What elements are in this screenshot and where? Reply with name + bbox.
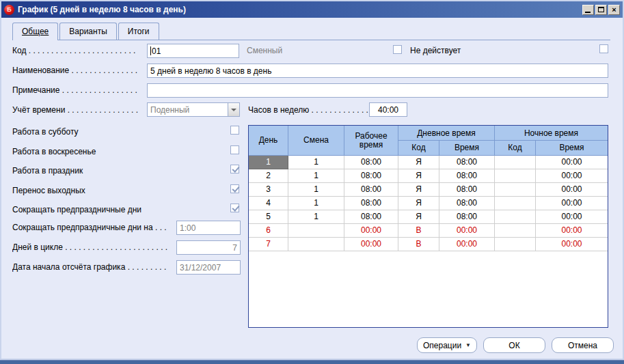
time-accounting-select[interactable]: Поденный xyxy=(147,102,240,117)
col-header-night-code[interactable]: Код xyxy=(495,141,536,156)
cell-night-time[interactable]: 00:00 xyxy=(536,210,608,224)
note-input[interactable] xyxy=(147,83,608,98)
cell-day-code[interactable]: Я xyxy=(398,210,439,224)
maximize-button[interactable] xyxy=(595,5,607,15)
inactive-checkbox[interactable] xyxy=(393,45,402,54)
work-holiday-checkbox[interactable] xyxy=(230,165,239,173)
minimize-icon xyxy=(585,12,591,13)
cell-night-time[interactable]: 00:00 xyxy=(536,224,608,238)
cell-work-time[interactable]: 08:00 xyxy=(344,197,398,210)
cell-night-code[interactable] xyxy=(495,210,536,224)
cell-day[interactable]: 4 xyxy=(249,197,288,210)
close-button[interactable]: × xyxy=(608,5,620,15)
col-header-day[interactable]: День xyxy=(249,126,288,156)
schedule-table[interactable]: День Смена Рабочее время Дневное время К… xyxy=(248,125,608,328)
table-row[interactable]: 7 00:00 В 00:00 00:00 xyxy=(249,238,608,251)
col-header-work-time[interactable]: Рабочее время xyxy=(344,126,398,156)
tab-itogi[interactable]: Итоги xyxy=(118,23,159,40)
table-row[interactable]: 5 1 08:00 Я 08:00 00:00 xyxy=(249,210,608,224)
cell-day[interactable]: 1 xyxy=(249,156,288,169)
minimize-button[interactable] xyxy=(582,5,594,15)
start-date-input[interactable]: 31/12/2007 xyxy=(176,260,241,275)
cell-day-time[interactable]: 08:00 xyxy=(439,169,495,183)
table-row[interactable]: 2 1 08:00 Я 08:00 00:00 xyxy=(249,169,608,183)
cell-day-code[interactable]: В xyxy=(398,238,439,251)
cell-day-time[interactable]: 08:00 xyxy=(439,197,495,210)
cell-day-code[interactable]: Я xyxy=(398,183,439,197)
group-header-night-time[interactable]: Ночное время xyxy=(495,126,608,141)
cell-day-code[interactable]: Я xyxy=(398,197,439,210)
transfer-weekends-label: Перенос выходных xyxy=(12,186,217,196)
ok-button[interactable]: ОК xyxy=(483,337,545,353)
hours-per-week-input[interactable]: 40:00 xyxy=(369,102,407,117)
tab-obschee[interactable]: Общее xyxy=(12,23,58,40)
cell-night-code[interactable] xyxy=(495,238,536,251)
cancel-button[interactable]: Отмена xyxy=(552,337,614,353)
cell-night-time[interactable]: 00:00 xyxy=(536,238,608,251)
cell-night-time[interactable]: 00:00 xyxy=(536,183,608,197)
cell-shift[interactable]: 1 xyxy=(288,169,344,183)
cell-shift[interactable] xyxy=(288,224,344,238)
cancel-label: Отмена xyxy=(568,341,597,350)
group-header-day-time[interactable]: Дневное время xyxy=(398,126,495,141)
extra-right-checkbox[interactable] xyxy=(599,44,608,53)
cell-shift[interactable]: 1 xyxy=(288,156,344,169)
close-icon: × xyxy=(612,6,616,14)
cell-night-code[interactable] xyxy=(495,183,536,197)
cell-work-time[interactable]: 08:00 xyxy=(344,210,398,224)
table-row[interactable]: 1 1 08:00 Я 08:00 00:00 xyxy=(249,156,608,169)
tab-varianty[interactable]: Варианты xyxy=(59,23,116,40)
cell-day[interactable]: 5 xyxy=(249,210,288,224)
transfer-weekends-checkbox[interactable] xyxy=(230,184,239,193)
days-in-cycle-input[interactable]: 7 xyxy=(176,240,241,255)
cell-day-code[interactable]: Я xyxy=(398,169,439,183)
text-caret xyxy=(150,46,151,55)
cell-day[interactable]: 3 xyxy=(249,183,288,197)
cell-day[interactable]: 6 xyxy=(249,224,288,238)
cell-night-time[interactable]: 00:00 xyxy=(536,156,608,169)
cell-day-code[interactable]: В xyxy=(398,224,439,238)
table-row[interactable]: 3 1 08:00 Я 08:00 00:00 xyxy=(249,183,608,197)
code-input[interactable]: 01 xyxy=(147,44,239,58)
shorten-preholiday-checkbox[interactable] xyxy=(230,204,239,212)
cell-shift[interactable]: 1 xyxy=(288,197,344,210)
name-input[interactable]: 5 дней в неделю 8 часов в день xyxy=(147,64,608,78)
cell-day-time[interactable]: 00:00 xyxy=(439,224,495,238)
cell-night-code[interactable] xyxy=(495,224,536,238)
tab-label: Варианты xyxy=(69,27,107,36)
cell-work-time[interactable]: 08:00 xyxy=(344,169,398,183)
operations-button[interactable]: Операции ▼ xyxy=(417,337,477,353)
title-bar[interactable]: Б График (5 дней в неделю 8 часов в день… xyxy=(1,1,623,18)
table-row[interactable]: 4 1 08:00 Я 08:00 00:00 xyxy=(249,197,608,210)
cell-day[interactable]: 7 xyxy=(249,238,288,251)
cell-day-code[interactable]: Я xyxy=(398,156,439,169)
col-header-shift[interactable]: Смена xyxy=(288,126,344,156)
cell-night-code[interactable] xyxy=(495,197,536,210)
cell-work-time[interactable]: 08:00 xyxy=(344,183,398,197)
cell-night-time[interactable]: 00:00 xyxy=(536,169,608,183)
cell-shift[interactable]: 1 xyxy=(288,210,344,224)
cell-shift[interactable] xyxy=(288,238,344,251)
col-header-day-code[interactable]: Код xyxy=(398,141,439,156)
combo-dropdown-button[interactable] xyxy=(228,103,239,116)
cell-night-time[interactable]: 00:00 xyxy=(536,197,608,210)
shorten-by-input[interactable]: 1:00 xyxy=(176,221,241,235)
cell-work-time[interactable]: 00:00 xyxy=(344,238,398,251)
cell-night-code[interactable] xyxy=(495,156,536,169)
cell-day-time[interactable]: 08:00 xyxy=(439,210,495,224)
table-row[interactable]: 6 00:00 В 00:00 00:00 xyxy=(249,224,608,238)
cell-day[interactable]: 2 xyxy=(249,169,288,183)
cell-shift[interactable]: 1 xyxy=(288,183,344,197)
cell-work-time[interactable]: 00:00 xyxy=(344,224,398,238)
work-sunday-checkbox[interactable] xyxy=(230,145,239,154)
cell-night-code[interactable] xyxy=(495,169,536,183)
cell-day-time[interactable]: 08:00 xyxy=(439,183,495,197)
cell-work-time[interactable]: 08:00 xyxy=(344,156,398,169)
work-holiday-label: Работа в праздник xyxy=(12,166,217,176)
work-saturday-checkbox[interactable] xyxy=(230,126,239,135)
window-controls: × xyxy=(582,5,620,15)
col-header-night-time[interactable]: Время xyxy=(536,141,608,156)
cell-day-time[interactable]: 00:00 xyxy=(439,238,495,251)
cell-day-time[interactable]: 08:00 xyxy=(439,156,495,169)
col-header-day-time[interactable]: Время xyxy=(439,141,495,156)
